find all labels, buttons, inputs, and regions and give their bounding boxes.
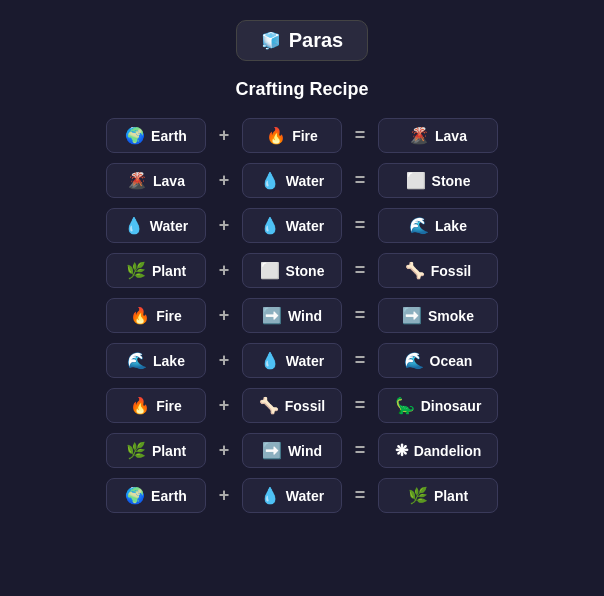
ingredient1-label: Plant: [152, 263, 186, 279]
ingredient2-emoji: 💧: [260, 351, 280, 370]
header-label: Paras: [289, 29, 344, 52]
ingredient2-emoji: 💧: [260, 486, 280, 505]
equals-operator: =: [342, 170, 378, 191]
result-label: Lava: [435, 128, 467, 144]
plus-operator: +: [206, 485, 242, 506]
ingredient2-label: Water: [286, 218, 324, 234]
plus-operator: +: [206, 440, 242, 461]
equals-operator: =: [342, 350, 378, 371]
header-icon: 🧊: [261, 31, 281, 50]
result-emoji: ⬜: [406, 171, 426, 190]
ingredient2-emoji: 🔥: [266, 126, 286, 145]
ingredient2-box[interactable]: ⬜Stone: [242, 253, 342, 288]
plus-operator: +: [206, 395, 242, 416]
ingredient1-emoji: 🔥: [130, 396, 150, 415]
ingredient2-box[interactable]: 🦴Fossil: [242, 388, 342, 423]
result-box[interactable]: 🦕Dinosaur: [378, 388, 498, 423]
ingredient1-label: Lake: [153, 353, 185, 369]
ingredient1-label: Earth: [151, 488, 187, 504]
plus-operator: +: [206, 170, 242, 191]
result-emoji: ❋: [395, 441, 408, 460]
result-box[interactable]: 🌊Lake: [378, 208, 498, 243]
ingredient1-emoji: 🌋: [127, 171, 147, 190]
equals-operator: =: [342, 125, 378, 146]
ingredient1-emoji: 🌿: [126, 261, 146, 280]
plus-operator: +: [206, 305, 242, 326]
result-emoji: ➡️: [402, 306, 422, 325]
result-emoji: 🦴: [405, 261, 425, 280]
recipe-row: 🌍Earth+🔥Fire=🌋Lava: [22, 118, 582, 153]
ingredient2-box[interactable]: 💧Water: [242, 343, 342, 378]
equals-operator: =: [342, 215, 378, 236]
ingredient1-box[interactable]: 🌋Lava: [106, 163, 206, 198]
result-label: Stone: [432, 173, 471, 189]
result-box[interactable]: 🦴Fossil: [378, 253, 498, 288]
plus-operator: +: [206, 215, 242, 236]
result-emoji: 🌊: [404, 351, 424, 370]
result-box[interactable]: ❋Dandelion: [378, 433, 498, 468]
ingredient2-emoji: ➡️: [262, 441, 282, 460]
ingredient2-box[interactable]: ➡️Wind: [242, 433, 342, 468]
ingredient1-box[interactable]: 🌊Lake: [106, 343, 206, 378]
ingredient2-emoji: ⬜: [260, 261, 280, 280]
result-label: Smoke: [428, 308, 474, 324]
ingredient2-label: Wind: [288, 443, 322, 459]
recipe-row: 🌍Earth+💧Water=🌿Plant: [22, 478, 582, 513]
section-title: Crafting Recipe: [235, 79, 368, 100]
ingredient2-box[interactable]: 💧Water: [242, 478, 342, 513]
recipe-row: 🌋Lava+💧Water=⬜Stone: [22, 163, 582, 198]
result-box[interactable]: ➡️Smoke: [378, 298, 498, 333]
ingredient2-label: Water: [286, 353, 324, 369]
result-box[interactable]: ⬜Stone: [378, 163, 498, 198]
top-bar: 🧊 Paras: [236, 20, 369, 61]
equals-operator: =: [342, 440, 378, 461]
result-box[interactable]: 🌊Ocean: [378, 343, 498, 378]
ingredient1-box[interactable]: 🌍Earth: [106, 478, 206, 513]
ingredient1-label: Lava: [153, 173, 185, 189]
ingredient1-emoji: 🔥: [130, 306, 150, 325]
recipe-row: 💧Water+💧Water=🌊Lake: [22, 208, 582, 243]
ingredient2-emoji: 💧: [260, 216, 280, 235]
ingredient1-box[interactable]: 🔥Fire: [106, 388, 206, 423]
equals-operator: =: [342, 485, 378, 506]
ingredient1-box[interactable]: 🌿Plant: [106, 433, 206, 468]
ingredient1-label: Water: [150, 218, 188, 234]
recipe-row: 🌿Plant+⬜Stone=🦴Fossil: [22, 253, 582, 288]
ingredient2-box[interactable]: 💧Water: [242, 163, 342, 198]
recipe-row: 🌿Plant+➡️Wind=❋Dandelion: [22, 433, 582, 468]
recipe-row: 🌊Lake+💧Water=🌊Ocean: [22, 343, 582, 378]
ingredient2-emoji: 💧: [260, 171, 280, 190]
recipe-table: 🌍Earth+🔥Fire=🌋Lava🌋Lava+💧Water=⬜Stone💧Wa…: [22, 118, 582, 513]
result-emoji: 🌊: [409, 216, 429, 235]
ingredient1-label: Fire: [156, 308, 182, 324]
ingredient1-box[interactable]: 🔥Fire: [106, 298, 206, 333]
ingredient2-emoji: 🦴: [259, 396, 279, 415]
equals-operator: =: [342, 260, 378, 281]
result-box[interactable]: 🌋Lava: [378, 118, 498, 153]
result-label: Dandelion: [414, 443, 482, 459]
ingredient1-label: Earth: [151, 128, 187, 144]
ingredient2-box[interactable]: ➡️Wind: [242, 298, 342, 333]
ingredient2-box[interactable]: 💧Water: [242, 208, 342, 243]
equals-operator: =: [342, 395, 378, 416]
ingredient2-label: Stone: [286, 263, 325, 279]
result-label: Plant: [434, 488, 468, 504]
result-box[interactable]: 🌿Plant: [378, 478, 498, 513]
ingredient1-box[interactable]: 🌍Earth: [106, 118, 206, 153]
result-label: Lake: [435, 218, 467, 234]
ingredient1-emoji: 🌍: [125, 486, 145, 505]
ingredient1-box[interactable]: 💧Water: [106, 208, 206, 243]
result-emoji: 🌋: [409, 126, 429, 145]
result-emoji: 🦕: [395, 396, 415, 415]
ingredient2-label: Wind: [288, 308, 322, 324]
ingredient2-label: Fossil: [285, 398, 325, 414]
ingredient1-label: Plant: [152, 443, 186, 459]
plus-operator: +: [206, 125, 242, 146]
plus-operator: +: [206, 260, 242, 281]
result-label: Fossil: [431, 263, 471, 279]
recipe-row: 🔥Fire+➡️Wind=➡️Smoke: [22, 298, 582, 333]
ingredient1-box[interactable]: 🌿Plant: [106, 253, 206, 288]
ingredient2-label: Water: [286, 173, 324, 189]
ingredient1-emoji: 🌊: [127, 351, 147, 370]
ingredient2-box[interactable]: 🔥Fire: [242, 118, 342, 153]
